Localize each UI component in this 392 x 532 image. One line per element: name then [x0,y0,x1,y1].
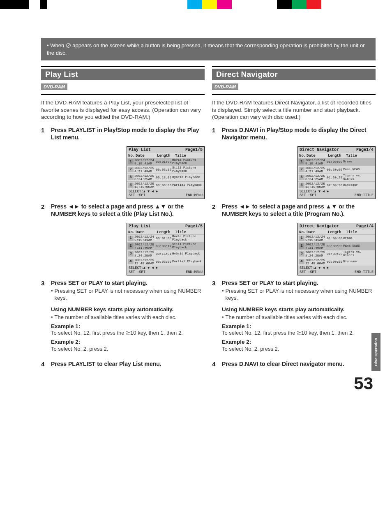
osd-row: 1 2002/12/245:15:41AM 01:00:00 Drama [298,234,375,242]
notice-text-pre: • When [47,42,66,49]
osd-row: 2 2002/12/254:31:49AM 00:03:12 Still Pic… [127,242,204,250]
osd-row: 4 2002/12/2512:45:00AM 00:03:00 Partial … [127,258,204,266]
osd-playlist-2: Play ListPage1/5 No.DateLengthTitle 1 20… [127,223,205,276]
step-number: 2 [41,203,47,218]
osd-row: 3 2002/12/258:24:25AM 00:15:01 Hybrid Pl… [127,173,204,181]
section-heading: Play List [41,69,205,80]
example1-heading: Example 1: [51,323,205,330]
bullet: • [51,288,53,302]
example2-text: To select No. 2, press 2. [222,346,376,353]
step-number: 4 [41,361,47,368]
step-text: Press D.NAVI to clear Direct navigator m… [222,361,344,368]
osd-row: 1 2002/12/245:15:41AM 01:00:00 Drama [298,158,375,166]
disc-type-badge: DVD-RAM [41,83,67,90]
example2-text: To select No. 2, press 2. [51,346,205,353]
osd-row: 1 2002/12/245:15:41AM 00:01:00 Movie Pic… [127,234,204,242]
osd-row: 3 2002/12/258:24:25AM 01:30:25 Tigers vs… [298,173,375,181]
osd-row: 3 2002/12/258:24:25AM 00:15:01 Hybrid Pl… [127,250,204,258]
using-heading: Using NUMBER keys starts play automatica… [51,306,205,313]
step-number: 4 [212,361,218,368]
step-text: Press SET or PLAY to start playing. [51,280,148,287]
play-list-column: Play List DVD-RAM If the DVD-RAM feature… [41,66,205,369]
bullet: • [222,288,224,302]
prohibited-icon [66,43,71,48]
intro-text: If the DVD-RAM features a Play List, you… [41,99,205,121]
titles-note: The number of available titles varies wi… [226,314,348,321]
step-text: Press D.NAVI in Play/Stop mode to displa… [222,127,376,141]
rule [41,94,205,95]
using-heading: Using NUMBER keys starts play automatica… [222,306,376,313]
step-number: 3 [212,280,218,287]
titles-note: The number of available titles varies wi… [55,314,177,321]
registration-color-bar [0,0,392,9]
step-number: 2 [212,203,218,218]
disc-type-badge: DVD-RAM [212,83,238,90]
intro-text: If the DVD-RAM features Direct Navigator… [212,99,376,121]
osd-row: 2 2002/12/254:31:49AM 00:30:00 Pana NEWS [298,166,375,173]
side-tab: Disc Operation [371,333,380,371]
page-number: 53 [41,369,376,393]
osd-row: 2 2002/12/254:31:49AM 00:30:00 Pana NEWS [298,242,375,250]
osd-playlist-1: Play ListPage1/5 No.DateLengthTitle 1 20… [127,146,205,199]
bullet: • [222,314,224,321]
notice-text-post: appears on the screen while a button is … [47,42,364,56]
osd-navigator-1: Direct NavigatorPage1/4 No.DateLengthTit… [297,146,376,199]
example2-heading: Example 2: [51,338,205,346]
step3-sub: Pressing SET or PLAY is not necessary wh… [55,288,205,302]
step-text: Press ◄► to select a page and press ▲▼ o… [51,203,205,218]
example2-heading: Example 2: [222,338,376,346]
example1-text: To select No. 12, first press the ≧10 ke… [222,330,376,337]
step-number: 1 [212,127,218,141]
osd-row: 1 2002/12/245:15:41AM 00:01:00 Movie Pic… [127,158,204,166]
example1-heading: Example 1: [222,323,376,330]
step-number: 3 [41,280,47,287]
example1-text: To select No. 12, first press the ≧10 ke… [51,330,205,337]
step-number: 1 [41,127,47,141]
rule [212,94,376,95]
osd-row: 3 2002/12/258:24:25AM 01:30:25 Tigers vs… [298,250,375,258]
section-heading: Direct Navigator [212,69,376,80]
step3-sub: Pressing SET or PLAY is not necessary wh… [226,288,376,302]
direct-navigator-column: Direct Navigator DVD-RAM If the DVD-RAM … [212,66,376,369]
bullet: • [51,314,53,321]
osd-row: 4 2002/12/2512:45:00AM 00:03:00 Partial … [127,181,204,189]
osd-row: 4 2002/12/2512:45:00AM 02:00:50 Dinosaur [298,258,375,266]
osd-navigator-2: Direct NavigatorPage1/4 No.DateLengthTit… [297,223,376,276]
step-text: Press PLAYLIST to clear Play List menu. [51,361,161,368]
osd-row: 4 2002/12/2512:45:00AM 02:00:50 Dinosaur [298,181,375,189]
step-text: Press SET or PLAY to start playing. [222,280,318,287]
osd-row: 2 2002/12/254:31:49AM 00:03:12 Still Pic… [127,166,204,173]
step-text: Press PLAYLIST in Play/Stop mode to disp… [51,127,205,141]
prohibited-notice: • When appears on the screen while a but… [41,38,376,60]
step-text: Press ◄► to select a page and press ▲▼ o… [222,203,376,218]
